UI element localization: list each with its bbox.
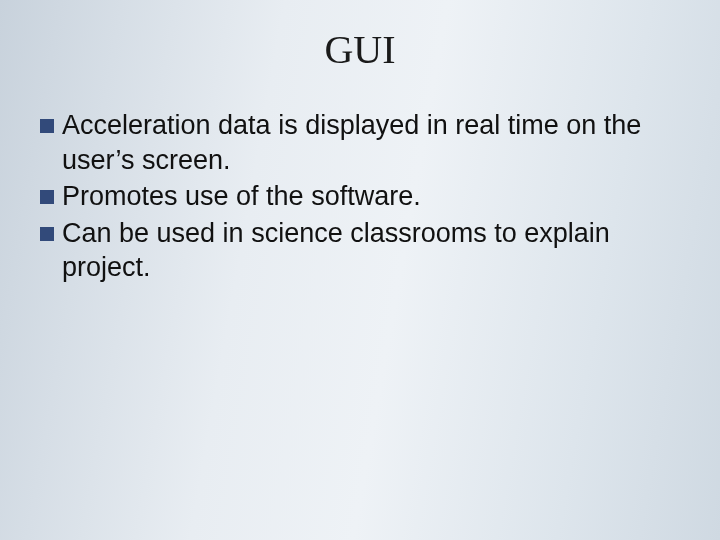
slide-title: GUI: [0, 26, 720, 73]
bullet-list: Acceleration data is displayed in real t…: [40, 108, 660, 287]
square-bullet-icon: [40, 119, 54, 133]
list-item: Promotes use of the software.: [40, 179, 660, 214]
square-bullet-icon: [40, 190, 54, 204]
bullet-text: Promotes use of the software.: [62, 179, 660, 214]
square-bullet-icon: [40, 227, 54, 241]
list-item: Acceleration data is displayed in real t…: [40, 108, 660, 177]
bullet-text: Can be used in science classrooms to exp…: [62, 216, 660, 285]
bullet-text: Acceleration data is displayed in real t…: [62, 108, 660, 177]
list-item: Can be used in science classrooms to exp…: [40, 216, 660, 285]
